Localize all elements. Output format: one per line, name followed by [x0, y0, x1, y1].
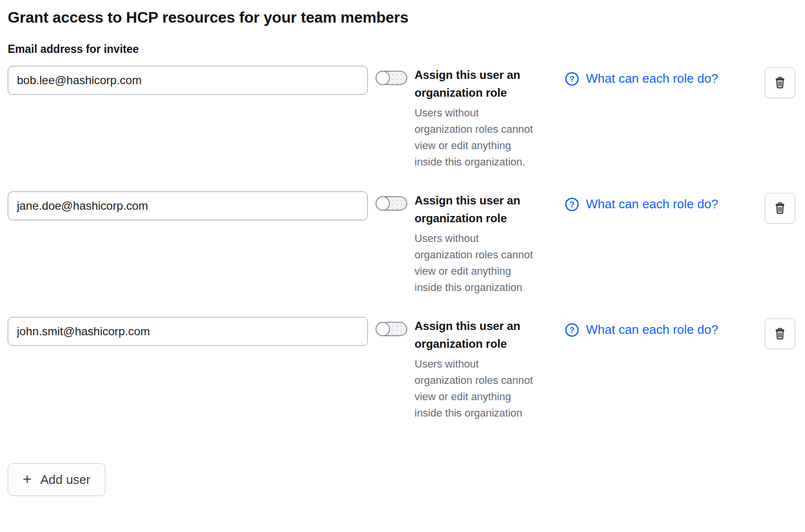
what-can-each-role-do-link[interactable]: What can each role do?	[586, 322, 718, 337]
trash-icon	[773, 327, 787, 341]
help-circle-icon: ?	[565, 323, 579, 337]
org-role-toggle[interactable]	[376, 322, 407, 336]
org-role-toggle[interactable]	[376, 71, 407, 85]
role-help-link-group: ? What can each role do?	[565, 191, 744, 212]
email-field-wrapper	[8, 66, 368, 95]
role-help-link-group: ? What can each role do?	[565, 66, 744, 86]
email-address-label: Email address for invitee	[8, 42, 795, 56]
add-user-button[interactable]: + Add user	[8, 463, 105, 496]
role-help-link-group: ? What can each role do?	[565, 317, 744, 337]
role-text-block: Assign this user an organization role Us…	[415, 191, 536, 296]
role-description: Users without organization roles cannot …	[415, 230, 536, 296]
invite-row: Assign this user an organization role Us…	[8, 66, 795, 170]
what-can-each-role-do-link[interactable]: What can each role do?	[586, 197, 718, 212]
svg-text:?: ?	[570, 74, 574, 83]
email-field-wrapper	[8, 317, 368, 346]
invite-rows: Assign this user an organization role Us…	[8, 66, 795, 421]
page-title: Grant access to HCP resources for your t…	[8, 8, 795, 27]
toggle-knob	[376, 322, 390, 336]
invitee-email-input[interactable]	[8, 317, 368, 346]
assign-role-title: Assign this user an organization role	[415, 317, 536, 353]
delete-invitee-button[interactable]	[765, 318, 795, 349]
invite-row: Assign this user an organization role Us…	[8, 191, 795, 296]
toggle-knob	[376, 71, 390, 85]
invitee-email-input[interactable]	[8, 66, 368, 95]
help-circle-icon: ?	[565, 197, 579, 212]
assign-role-title: Assign this user an organization role	[415, 66, 536, 101]
invite-row: Assign this user an organization role Us…	[8, 317, 795, 421]
delete-invitee-button[interactable]	[765, 193, 795, 224]
assign-role-title: Assign this user an organization role	[415, 191, 536, 227]
svg-text:?: ?	[570, 325, 574, 334]
svg-text:?: ?	[570, 200, 574, 208]
invitee-email-input[interactable]	[8, 191, 368, 220]
org-role-toggle[interactable]	[376, 196, 407, 211]
role-description: Users without organization roles cannot …	[415, 356, 536, 421]
add-user-label: Add user	[40, 472, 91, 487]
role-text-block: Assign this user an organization role Us…	[415, 317, 536, 421]
plus-icon: +	[23, 471, 32, 487]
help-circle-icon: ?	[565, 72, 579, 86]
role-text-block: Assign this user an organization role Us…	[415, 66, 536, 170]
toggle-knob	[376, 196, 390, 211]
delete-invitee-button[interactable]	[765, 67, 795, 98]
role-description: Users without organization roles cannot …	[415, 105, 536, 170]
trash-icon	[773, 76, 787, 90]
trash-icon	[773, 201, 787, 215]
email-field-wrapper	[8, 191, 368, 220]
what-can-each-role-do-link[interactable]: What can each role do?	[586, 71, 718, 86]
